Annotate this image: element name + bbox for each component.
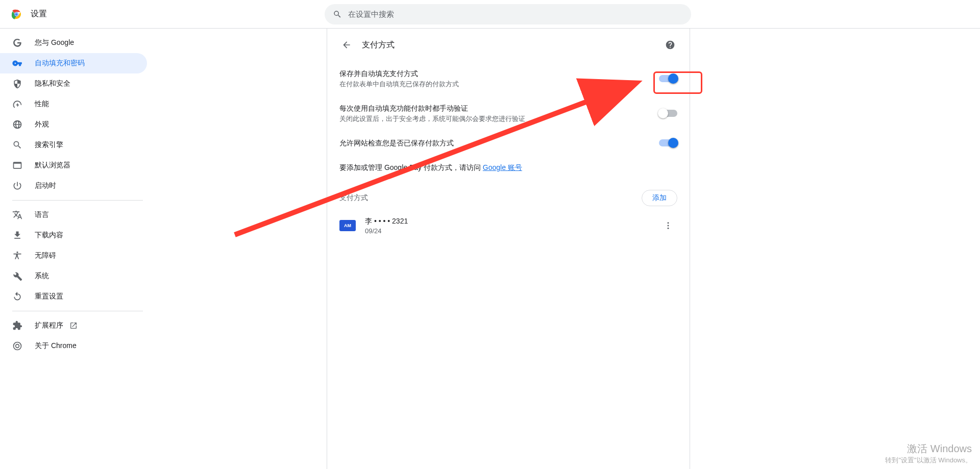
add-payment-button[interactable]: 添加: [642, 190, 677, 206]
google-account-link[interactable]: Google 账号: [483, 163, 522, 171]
payment-methods-section-header: 支付方式 添加: [327, 180, 690, 210]
sidebar-item-label: 关于 Chrome: [35, 341, 77, 351]
sidebar-item-label: 下载内容: [35, 231, 63, 240]
sidebar-item-on-startup[interactable]: 启动时: [0, 176, 147, 196]
sidebar-item-label: 启动时: [35, 181, 56, 190]
payment-method-item[interactable]: AM 李 • • • • 2321 09/24: [327, 210, 690, 241]
section-title: 支付方式: [339, 193, 642, 203]
settings-search[interactable]: 在设置中搜索: [325, 4, 691, 24]
browser-icon: [12, 160, 22, 170]
google-g-icon: [12, 38, 22, 48]
reset-icon: [12, 291, 22, 302]
wrench-icon: [12, 271, 22, 281]
sidebar-item-label: 系统: [35, 271, 49, 281]
sidebar-item-label: 重置设置: [35, 292, 63, 301]
card-brand-badge: AM: [339, 220, 356, 231]
sidebar-item-performance[interactable]: 性能: [0, 94, 147, 114]
card-header: 支付方式: [327, 29, 690, 61]
sidebar-item-reset[interactable]: 重置设置: [0, 286, 147, 307]
row-subtitle: 关闭此设置后，出于安全考虑，系统可能偶尔会要求您进行验证: [339, 114, 659, 124]
shield-icon: [12, 79, 22, 89]
arrow-left-icon: [341, 40, 352, 50]
sidebar-item-label: 默认浏览器: [35, 161, 70, 170]
sidebar-item-label: 无障碍: [35, 251, 56, 260]
sidebar-item-label: 您与 Google: [35, 38, 74, 47]
sidebar-item-label: 外观: [35, 120, 49, 129]
settings-sidebar: 您与 Google 自动填充和密码 隐私和安全 性能 外观 搜索引擎 默认浏览器…: [0, 29, 147, 356]
row-google-pay-link: 要添加或管理 Google Pay 付款方式，请访问 Google 账号: [327, 155, 690, 180]
sidebar-item-label: 搜索引擎: [35, 140, 63, 150]
chrome-logo-icon: [10, 8, 22, 20]
extension-icon: [12, 320, 22, 331]
sidebar-item-label: 扩展程序: [35, 321, 63, 330]
windows-activation-watermark: 激活 Windows 转到"设置"以激活 Windows。: [885, 442, 972, 465]
sidebar-item-about[interactable]: 关于 Chrome: [0, 336, 147, 356]
sidebar-item-label: 语言: [35, 210, 49, 219]
card-expiry: 09/24: [365, 227, 659, 235]
accessibility-icon: [12, 251, 22, 261]
search-placeholder: 在设置中搜索: [348, 10, 394, 19]
sidebar-item-privacy[interactable]: 隐私和安全: [0, 73, 147, 94]
row-verify-each-time: 每次使用自动填充功能付款时都手动验证 关闭此设置后，出于安全考虑，系统可能偶尔会…: [327, 96, 690, 131]
kebab-icon: [664, 221, 673, 230]
sidebar-item-label: 自动填充和密码: [35, 59, 85, 68]
watermark-line1: 激活 Windows: [885, 442, 972, 456]
row-allow-sites-check: 允许网站检查您是否已保存付款方式: [327, 131, 690, 155]
search-icon: [12, 140, 22, 150]
sidebar-item-label: 隐私和安全: [35, 79, 70, 88]
card-title: 支付方式: [362, 40, 661, 51]
card-more-menu-button[interactable]: [659, 216, 677, 235]
power-icon: [12, 181, 22, 191]
toggle-verify-each-time[interactable]: [659, 110, 677, 117]
sidebar-item-default-browser[interactable]: 默认浏览器: [0, 155, 147, 176]
sidebar-item-system[interactable]: 系统: [0, 266, 147, 286]
sidebar-item-accessibility[interactable]: 无障碍: [0, 245, 147, 266]
chrome-outline-icon: [12, 341, 22, 351]
watermark-line2: 转到"设置"以激活 Windows。: [885, 456, 972, 465]
sidebar-separator: [12, 311, 143, 311]
sidebar-item-downloads[interactable]: 下载内容: [0, 225, 147, 245]
sidebar-item-extensions[interactable]: 扩展程序: [0, 315, 147, 336]
sidebar-item-languages[interactable]: 语言: [0, 205, 147, 225]
key-icon: [12, 58, 22, 68]
globe-icon: [12, 119, 22, 130]
sidebar-item-search-engine[interactable]: 搜索引擎: [0, 135, 147, 155]
translate-icon: [12, 210, 22, 220]
speedometer-icon: [12, 99, 22, 109]
row-subtitle: 在付款表单中自动填充已保存的付款方式: [339, 80, 659, 89]
sidebar-item-label: 性能: [35, 100, 49, 109]
back-button[interactable]: [337, 36, 356, 54]
page-title: 设置: [31, 9, 47, 19]
row-save-and-fill: 保存并自动填充支付方式 在付款表单中自动填充已保存的付款方式: [327, 61, 690, 96]
gpay-prefix: 要添加或管理 Google Pay 付款方式，请访问: [339, 163, 483, 171]
card-masked-name: 李 • • • • 2321: [365, 217, 659, 226]
sidebar-item-appearance[interactable]: 外观: [0, 114, 147, 135]
svg-point-4: [668, 222, 669, 224]
toggle-save-and-fill[interactable]: [659, 75, 677, 82]
help-button[interactable]: [661, 36, 679, 54]
topbar: 设置 在设置中搜索: [0, 0, 980, 29]
help-icon: [665, 40, 675, 50]
svg-point-5: [668, 225, 669, 227]
svg-point-3: [15, 13, 17, 15]
row-title: 保存并自动填充支付方式: [339, 68, 659, 79]
toggle-allow-sites-check[interactable]: [659, 139, 677, 146]
sidebar-item-you-and-google[interactable]: 您与 Google: [0, 33, 147, 53]
external-link-icon: [69, 322, 78, 330]
row-title: 每次使用自动填充功能付款时都手动验证: [339, 103, 659, 113]
download-icon: [12, 230, 22, 240]
sidebar-item-autofill[interactable]: 自动填充和密码: [0, 53, 147, 73]
search-icon: [333, 10, 342, 19]
sidebar-separator: [12, 200, 143, 201]
svg-point-6: [668, 228, 669, 229]
payment-settings-card: 支付方式 保存并自动填充支付方式 在付款表单中自动填充已保存的付款方式 每次使用…: [327, 29, 690, 469]
row-title: 允许网站检查您是否已保存付款方式: [339, 138, 659, 148]
